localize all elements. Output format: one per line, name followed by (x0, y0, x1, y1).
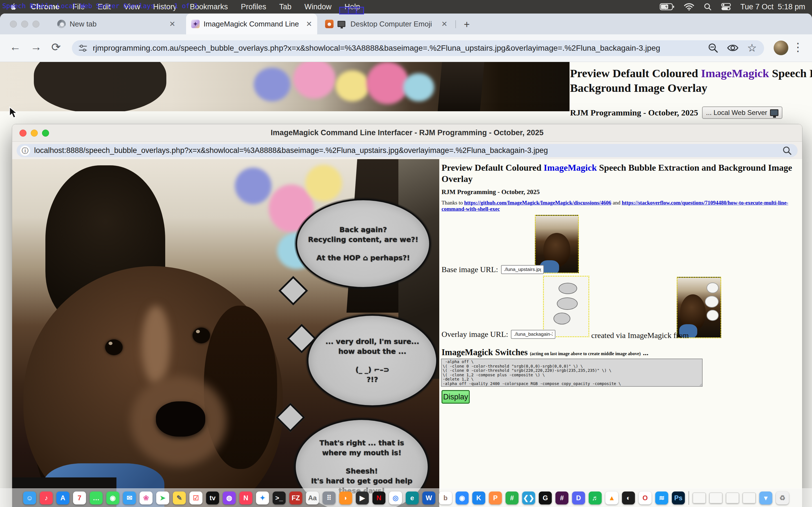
preview-eye-icon[interactable] (727, 43, 739, 53)
dock-icon-filezilla[interactable]: FZ (289, 492, 302, 504)
tab-close-icon[interactable]: ✕ (306, 20, 312, 29)
tab-close-icon[interactable]: ✕ (169, 20, 175, 29)
dock-icon-photoshop[interactable]: Ps (672, 492, 685, 504)
back-button[interactable]: ← (10, 41, 21, 53)
dock-icon-calendar[interactable]: 7 (73, 492, 86, 504)
menu-tab[interactable]: Tab (273, 3, 298, 11)
dock-icon-messages[interactable]: … (90, 492, 103, 504)
window-zoom-button[interactable] (33, 20, 40, 27)
url-text[interactable]: rjmprogramming.com.au/speech_bubble_over… (93, 44, 665, 53)
address-bar[interactable]: rjmprogramming.com.au/speech_bubble_over… (72, 40, 764, 56)
dock-icon-bear[interactable]: b (439, 492, 452, 504)
menu-window[interactable]: Window (298, 3, 338, 11)
forward-button[interactable]: → (31, 41, 42, 53)
dock-icon-maps[interactable]: ➤ (156, 492, 169, 504)
dock-icon-slack[interactable]: # (555, 492, 568, 504)
imagemagick-link[interactable]: ImageMagick (701, 67, 769, 80)
switches-textarea[interactable]: -alpha off \ \( -clone 0 -color-threshol… (441, 358, 703, 387)
tab-desktop-emoji[interactable]: ☻ Desktop Computer Emoji ✕ (320, 13, 453, 34)
dock-icon-photos[interactable]: ❀ (140, 492, 153, 504)
site-settings-icon[interactable] (78, 43, 88, 53)
dock-icon-numbers[interactable]: # (506, 492, 518, 504)
display-button[interactable]: Display (442, 390, 470, 404)
dock-icon-vscode[interactable]: ❮❯ (522, 492, 535, 504)
dock-icon-downloads[interactable]: ▾ (759, 492, 772, 504)
imagemagick-interfacer-window: ImageMagick Command Line Interfacer - RJ… (12, 124, 802, 507)
overlay-image-input[interactable] (511, 330, 555, 339)
bubble-text-line: Back again? (340, 225, 387, 235)
window-close-button[interactable] (10, 20, 17, 27)
base-image-thumbnail[interactable] (535, 215, 579, 274)
base-image-input[interactable] (501, 265, 544, 274)
dock-icon-chrome[interactable]: ◎ (389, 492, 402, 504)
dock-minimized-window-1[interactable] (693, 493, 706, 503)
chrome-favicon-icon (57, 20, 66, 28)
control-center-icon[interactable] (721, 3, 731, 10)
profile-avatar[interactable] (774, 41, 788, 55)
switches-heading: ImageMagick Switches (acting on last ima… (442, 347, 649, 357)
inner-url-text[interactable]: localhost:8888/speech_bubble_overlays.ph… (34, 146, 777, 155)
dock-icon-keynote[interactable]: K (472, 492, 485, 504)
dock-icon-pages[interactable]: P (489, 492, 502, 504)
dock-icon-github[interactable]: G (539, 492, 552, 504)
menu-clock[interactable]: Tue 7 Oct 5:18 pm (741, 3, 805, 11)
zoom-page-icon[interactable] (708, 43, 718, 53)
inner-search-icon[interactable] (782, 146, 792, 156)
dock-minimized-window-4[interactable] (743, 493, 756, 503)
reload-button[interactable]: ⟳ (51, 41, 61, 54)
dock-icon-opera[interactable]: O (639, 492, 652, 504)
dock-icon-discord[interactable]: D (572, 492, 585, 504)
dock-icon-app-store[interactable]: A (56, 492, 69, 504)
dock-icon-vlc[interactable]: ▲ (605, 492, 618, 504)
source-image-thumbnail[interactable] (677, 277, 721, 338)
dock-icon-safari[interactable]: ✦ (256, 492, 269, 504)
dock-icon-docker[interactable]: ≋ (655, 492, 668, 504)
dock-icon-edge[interactable]: e (406, 492, 419, 504)
wifi-icon[interactable] (684, 3, 694, 10)
spotlight-search-icon[interactable] (704, 3, 712, 11)
github-discussion-link[interactable]: https://github.com/ImageMagick/ImageMagi… (464, 200, 611, 206)
dock-icon-obs[interactable]: ◐ (622, 492, 635, 504)
dock-icon-mail[interactable]: ✉ (123, 492, 136, 504)
chrome-window: New tab ✕ ✦ ImageMagick Command Line ✕ ☻… (0, 13, 812, 507)
new-tab-button[interactable]: + (464, 18, 470, 31)
dock-icon-terminal[interactable]: >_ (273, 492, 286, 504)
dock-minimized-window-3[interactable] (726, 493, 739, 503)
inner-address-bar[interactable]: ⓘ localhost:8888/speech_bubble_overlays.… (17, 144, 798, 157)
dock-icon-notes[interactable]: ✎ (173, 492, 186, 504)
bookmark-star-icon[interactable]: ☆ (747, 43, 757, 53)
window-minimize-button[interactable] (21, 20, 28, 27)
imagemagick-link[interactable]: ImageMagick (544, 163, 597, 173)
dock-icon-finder[interactable]: ☺ (23, 492, 36, 504)
local-web-server-button[interactable]: ... Local Web Server (702, 107, 782, 119)
dock-icon-facetime[interactable]: ◉ (106, 492, 119, 504)
chrome-menu-icon[interactable]: ⋮ (792, 41, 804, 54)
dock-icon-trash[interactable]: ♻ (776, 492, 789, 504)
bubble-text-line: ... very droll, I'm sure... (325, 337, 419, 346)
dock-icon-word[interactable]: W (422, 492, 435, 504)
overlay-bubbles-thumbnail[interactable] (543, 276, 589, 337)
dock-icon-launchpad[interactable]: ⠿ (322, 492, 336, 504)
site-info-icon[interactable]: ⓘ (20, 146, 30, 156)
emojipedia-book-favicon-icon: ☻ (325, 20, 334, 28)
dock-icon-netflix[interactable]: N (372, 492, 386, 504)
dock-icon-zoom[interactable]: ◉ (456, 492, 469, 504)
dock-icon-podcasts[interactable]: ◍ (223, 492, 236, 504)
inner-title-bar[interactable]: ImageMagick Command Line Interfacer - RJ… (12, 124, 802, 142)
dock-icon-spotify[interactable]: ♬ (589, 492, 602, 504)
menu-profiles[interactable]: Profiles (234, 3, 273, 11)
car-pillar (438, 62, 484, 111)
tab-imagemagick[interactable]: ✦ ImageMagick Command Line ✕ (186, 13, 317, 34)
dock-icon-firefox[interactable]: ◗ (339, 492, 352, 504)
dock-icon-tv[interactable]: tv (206, 492, 219, 504)
dock-icon-news[interactable]: N (239, 492, 252, 504)
dock-icon-textedit[interactable]: Aa (306, 492, 319, 504)
dock-icon-apple-tv[interactable]: ▶ (356, 492, 369, 504)
bubble-text-line: how about the ... (338, 346, 406, 356)
dock-icon-reminders[interactable]: ☑ (190, 492, 202, 504)
dock-icon-music[interactable]: ♪ (40, 492, 53, 504)
mouse-cursor (8, 107, 20, 119)
tab-new-tab[interactable]: New tab ✕ (52, 13, 181, 34)
dock-minimized-window-2[interactable] (709, 493, 722, 503)
tab-close-icon[interactable]: ✕ (441, 20, 448, 29)
